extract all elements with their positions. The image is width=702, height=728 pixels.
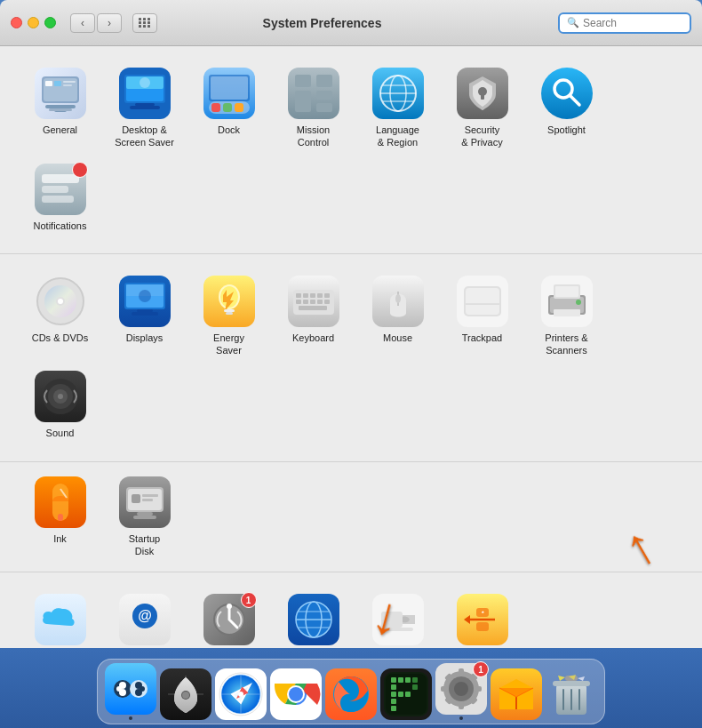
svg-point-188 — [289, 687, 303, 701]
dock-item-unknown[interactable] — [491, 668, 542, 720]
hardware-grid: CDs & DVDs — [18, 268, 684, 447]
svg-rect-197 — [391, 684, 396, 690]
internet-grid: iCloud @ InternetAccounts — [18, 587, 684, 648]
svg-point-55 — [139, 290, 151, 302]
maximize-button[interactable] — [44, 17, 56, 28]
pref-item-language[interactable]: Language& Region — [355, 60, 440, 156]
pref-item-energy[interactable]: EnergySaver — [187, 268, 271, 364]
keyboard-icon — [288, 276, 339, 327]
dock-item-sysprefs[interactable]: 1 — [435, 663, 487, 720]
pref-item-network[interactable]: Network — [271, 587, 355, 648]
pref-item-cds[interactable]: CDs & DVDs — [18, 268, 102, 364]
svg-rect-88 — [554, 309, 580, 316]
section-hardware2: Ink — [0, 462, 702, 573]
dock-container: 1 — [0, 648, 702, 728]
svg-rect-81 — [466, 288, 499, 315]
svg-rect-22 — [223, 103, 232, 112]
svg-text:@: @ — [138, 608, 152, 623]
pref-item-mouse[interactable]: Mouse — [355, 268, 440, 364]
svg-rect-102 — [137, 512, 153, 516]
icloud-icon — [35, 594, 86, 645]
dock-item-firefox[interactable] — [325, 668, 377, 720]
dock-item-prefsapp[interactable] — [380, 668, 432, 720]
section-internet: iCloud @ InternetAccounts — [0, 572, 702, 648]
svg-rect-62 — [226, 312, 233, 315]
svg-rect-106 — [142, 499, 153, 501]
svg-rect-208 — [459, 668, 464, 676]
language-label: Language& Region — [376, 124, 419, 149]
pref-item-sound[interactable]: Sound — [18, 364, 102, 446]
svg-point-94 — [58, 394, 63, 399]
back-button[interactable]: ‹ — [70, 13, 95, 33]
sysprefs-badge: 1 — [473, 661, 489, 677]
internet-accounts-icon: @ — [119, 594, 171, 645]
dock-item-launchpad[interactable] — [160, 668, 211, 720]
svg-rect-198 — [412, 677, 418, 683]
close-button[interactable] — [11, 17, 22, 28]
pref-item-ink[interactable]: Ink — [18, 469, 102, 565]
svg-rect-195 — [398, 677, 403, 683]
pref-item-trackpad[interactable]: Trackpad — [440, 268, 524, 364]
pref-item-displays[interactable]: Displays — [102, 268, 187, 364]
sysprefs-dock-icon: 1 — [435, 663, 487, 715]
svg-rect-202 — [391, 699, 396, 704]
svg-point-50 — [58, 299, 63, 304]
svg-rect-25 — [295, 75, 311, 87]
sysprefs-dot — [459, 716, 463, 720]
dock-item-chrome[interactable] — [270, 668, 322, 720]
svg-rect-21 — [211, 103, 220, 112]
mission-label: MissionControl — [297, 124, 330, 149]
pref-item-icloud[interactable]: iCloud — [18, 587, 102, 648]
cds-icon — [35, 276, 86, 327]
displays-label: Displays — [126, 332, 164, 344]
dock-item-trash[interactable] — [546, 668, 597, 720]
pref-item-printers[interactable]: Printers &Scanners — [524, 268, 609, 364]
dock-item-finder[interactable] — [105, 663, 156, 720]
pref-item-keyboard[interactable]: Keyboard — [271, 268, 355, 364]
svg-rect-70 — [296, 300, 301, 304]
svg-rect-203 — [391, 706, 396, 711]
pref-item-sharing[interactable]: ⋆ Sharing — [440, 587, 524, 648]
spotlight-label: Spotlight — [547, 124, 586, 136]
firefox-icon — [325, 668, 377, 720]
chrome-icon — [270, 668, 322, 720]
pref-item-security[interactable]: Security& Privacy — [440, 60, 524, 156]
software-update-badge: 1 — [241, 592, 257, 608]
pref-item-spotlight[interactable]: Spotlight — [524, 60, 609, 156]
svg-rect-104 — [132, 494, 140, 503]
spotlight-icon — [541, 68, 593, 119]
grid-view-button[interactable] — [132, 13, 157, 33]
svg-rect-71 — [303, 300, 308, 304]
pref-item-software-update[interactable]: 1 SoftwareUpdate — [187, 587, 271, 648]
minimize-button[interactable] — [28, 17, 39, 28]
dock-label: Dock — [218, 124, 240, 136]
pref-item-desktop[interactable]: Desktop &Screen Saver — [102, 60, 187, 156]
pref-item-internet-accounts[interactable]: @ InternetAccounts — [102, 587, 187, 648]
svg-rect-72 — [310, 300, 315, 304]
svg-point-89 — [576, 300, 581, 305]
pref-item-startup[interactable]: StartupDisk — [102, 469, 187, 565]
svg-point-78 — [395, 294, 401, 303]
svg-rect-57 — [132, 312, 158, 316]
svg-rect-69 — [324, 293, 330, 298]
pref-item-general[interactable]: General — [18, 60, 102, 156]
dock-item-safari[interactable] — [215, 668, 267, 720]
search-input[interactable] — [583, 17, 682, 29]
dock-icon — [203, 68, 255, 119]
search-box[interactable]: 🔍 — [558, 12, 691, 34]
printers-label: Printers &Scanners — [545, 332, 587, 357]
security-icon — [457, 68, 508, 119]
svg-rect-26 — [316, 75, 332, 87]
pref-item-dock[interactable]: Dock — [187, 60, 271, 156]
pref-item-notifications[interactable]: Notifications — [18, 156, 102, 239]
svg-rect-28 — [316, 91, 332, 100]
pref-item-mission[interactable]: MissionControl — [271, 60, 355, 156]
sound-label: Sound — [46, 427, 75, 439]
svg-rect-38 — [481, 94, 484, 100]
forward-button[interactable]: › — [97, 13, 122, 33]
pref-item-extensions[interactable]: Extensions — [355, 587, 440, 648]
notifications-label: Notifications — [34, 220, 87, 232]
title-bar: ‹ › System Preferences 🔍 — [0, 0, 702, 46]
desktop-label: Desktop &Screen Saver — [115, 124, 174, 149]
energy-label: EnergySaver — [213, 332, 244, 357]
